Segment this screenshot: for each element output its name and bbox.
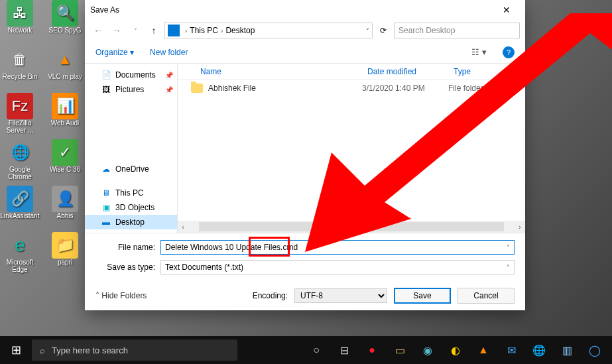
- forward-button[interactable]: →: [109, 23, 125, 38]
- taskbar-apps: ○ ⊟ ● ▭ ◉ ◐ ▲ ✉ 🌐 ▥ ◯: [303, 336, 612, 364]
- desktop-icon[interactable]: ✓Wise C 36: [45, 139, 85, 186]
- onedrive-icon: ☁: [101, 164, 111, 174]
- start-button[interactable]: ⊞: [0, 336, 32, 364]
- desktop-icon[interactable]: 🔗LinkAssistant: [0, 186, 40, 232]
- desktop-icon: ▬: [101, 217, 111, 227]
- sidebar-item-3dobjects[interactable]: ▣3D Objects: [85, 200, 177, 215]
- file-date: 3/1/2020 1:40 PM: [362, 84, 448, 93]
- desktop-icon-edge[interactable]: eMicrosoft Edge: [0, 232, 40, 278]
- desktop-icon[interactable]: 📊Web Audi: [45, 93, 85, 139]
- desktop-icon[interactable]: 👤Abhis: [45, 186, 85, 232]
- opera-icon[interactable]: ●: [359, 336, 385, 364]
- sidebar-item-thispc[interactable]: 🖥This PC: [85, 186, 177, 200]
- 3dobjects-icon: ▣: [101, 202, 111, 213]
- file-list-header: Name Date modified Type ˅: [178, 64, 525, 80]
- refresh-button[interactable]: ⟳: [375, 23, 391, 38]
- encoding-label: Encoding:: [253, 291, 288, 300]
- horizontal-scrollbar[interactable]: ‹ ›: [178, 221, 525, 233]
- savetype-label: Save as type:: [95, 263, 155, 272]
- taskview-icon[interactable]: ⊟: [331, 336, 357, 364]
- desktop-icon[interactable]: 🖧Network: [0, 0, 40, 46]
- encoding-select[interactable]: UTF-8: [294, 288, 387, 303]
- sidebar-item-onedrive[interactable]: ☁OneDrive: [85, 162, 177, 176]
- sidebar: 📄Documents📌 🖼Pictures📌 ☁OneDrive 🖥This P…: [85, 64, 178, 233]
- desktop-icon-vlc[interactable]: ▲VLC m play: [45, 46, 85, 93]
- mail-icon[interactable]: ✉: [498, 336, 524, 364]
- filename-input[interactable]: Delete Windows 10 Update Files.cmd ˅: [160, 240, 515, 255]
- thispc-icon: 🖥: [101, 188, 111, 198]
- chevron-right-icon: ›: [185, 27, 187, 34]
- organize-menu[interactable]: Organize ▾: [95, 48, 134, 57]
- taskbar: ⊞ ⌕ Type here to search ○ ⊟ ● ▭ ◉ ◐ ▲ ✉ …: [0, 336, 612, 364]
- taskbar-search[interactable]: ⌕ Type here to search: [32, 339, 237, 361]
- desktop-icon[interactable]: 📁papri: [45, 232, 85, 278]
- dialog-title: Save As: [90, 5, 493, 15]
- pin-icon: 📌: [165, 72, 173, 79]
- chevron-down-icon[interactable]: ˅: [507, 244, 510, 251]
- dialog-footer: ˄ Hide Folders Encoding: UTF-8 Save Canc…: [85, 281, 525, 310]
- documents-icon: 📄: [101, 70, 111, 80]
- cortana-icon[interactable]: ○: [303, 336, 330, 364]
- pin-icon: 📌: [165, 86, 173, 93]
- search-icon: ⌕: [40, 345, 45, 355]
- chevron-right-icon: ›: [221, 27, 223, 34]
- view-options-button[interactable]: ☷ ▾: [471, 47, 487, 57]
- breadcrumb-root[interactable]: This PC: [190, 26, 218, 35]
- file-name: Abhishek File: [208, 84, 362, 93]
- titlebar: Save As ✕: [85, 0, 525, 20]
- new-folder-button[interactable]: New folder: [150, 48, 188, 57]
- desktop-icon[interactable]: 🔍SEO SpyG: [45, 0, 85, 46]
- chrome-icon[interactable]: 🌐: [526, 336, 552, 364]
- column-name[interactable]: Name: [178, 67, 362, 76]
- search-input[interactable]: Search Desktop: [394, 23, 520, 38]
- sidebar-item-documents[interactable]: 📄Documents📌: [85, 68, 177, 82]
- app-icon[interactable]: ◐: [442, 336, 469, 364]
- file-list: Name Date modified Type ˅ Abhishek File …: [178, 64, 525, 233]
- recent-dropdown[interactable]: ˅: [127, 23, 143, 38]
- folder-icon: [191, 84, 203, 93]
- save-form: File name: Delete Windows 10 Update File…: [85, 233, 525, 281]
- savetype-select[interactable]: Text Documents (*.txt) ˅: [160, 260, 515, 274]
- thispc-icon: [168, 25, 180, 36]
- column-options[interactable]: ˅: [515, 68, 525, 75]
- close-button[interactable]: ✕: [493, 0, 520, 20]
- explorer-pane: 📄Documents📌 🖼Pictures📌 ☁OneDrive 🖥This P…: [85, 64, 525, 233]
- chevron-down-icon[interactable]: ˅: [366, 27, 369, 34]
- column-date[interactable]: Date modified: [362, 67, 448, 76]
- save-as-dialog: Save As ✕ ← → ˅ ↑ › This PC › Desktop ˅ …: [85, 0, 525, 310]
- save-button[interactable]: Save: [394, 288, 451, 304]
- filename-label: File name:: [95, 243, 155, 252]
- sidebar-item-desktop[interactable]: ▬Desktop: [85, 215, 177, 229]
- navigation-bar: ← → ˅ ↑ › This PC › Desktop ˅ ⟳ Search D…: [85, 20, 525, 41]
- file-type: File folder: [448, 84, 525, 93]
- up-button[interactable]: ↑: [146, 23, 162, 38]
- pictures-icon: 🖼: [101, 84, 111, 95]
- search-placeholder: Search Desktop: [398, 26, 455, 35]
- vlc-icon[interactable]: ▲: [470, 336, 497, 364]
- cancel-button[interactable]: Cancel: [458, 288, 515, 304]
- breadcrumb-leaf[interactable]: Desktop: [225, 26, 255, 35]
- app-icon[interactable]: ◯: [581, 336, 608, 364]
- desktop-icons-grid: 🖧Network 🔍SEO SpyG 🗑Recycle Bin ▲VLC m p…: [0, 0, 85, 278]
- taskbar-search-placeholder: Type here to search: [52, 345, 128, 355]
- desktop-icon-filezilla[interactable]: FzFileZilla Server ...: [0, 93, 40, 139]
- hide-folders-toggle[interactable]: ˄ Hide Folders: [95, 291, 147, 300]
- explorer-icon[interactable]: ▭: [387, 336, 413, 364]
- file-row[interactable]: Abhishek File 3/1/2020 1:40 PM File fold…: [178, 80, 525, 97]
- desktop-icon-recycle-bin[interactable]: 🗑Recycle Bin: [0, 46, 40, 93]
- camera-icon[interactable]: ◉: [414, 336, 441, 364]
- sidebar-item-pictures[interactable]: 🖼Pictures📌: [85, 82, 177, 97]
- notepad-icon[interactable]: ▥: [554, 336, 580, 364]
- scroll-right-icon[interactable]: ›: [515, 223, 525, 231]
- desktop-icon-chrome[interactable]: 🌐Google Chrome: [0, 139, 40, 186]
- breadcrumb[interactable]: › This PC › Desktop ˅: [164, 23, 373, 38]
- scroll-left-icon[interactable]: ‹: [178, 223, 188, 231]
- chevron-down-icon[interactable]: ˅: [507, 264, 510, 271]
- toolbar: Organize ▾ New folder ☷ ▾ ?: [85, 41, 525, 64]
- help-button[interactable]: ?: [503, 46, 515, 58]
- back-button[interactable]: ←: [90, 23, 106, 38]
- column-type[interactable]: Type: [448, 67, 515, 76]
